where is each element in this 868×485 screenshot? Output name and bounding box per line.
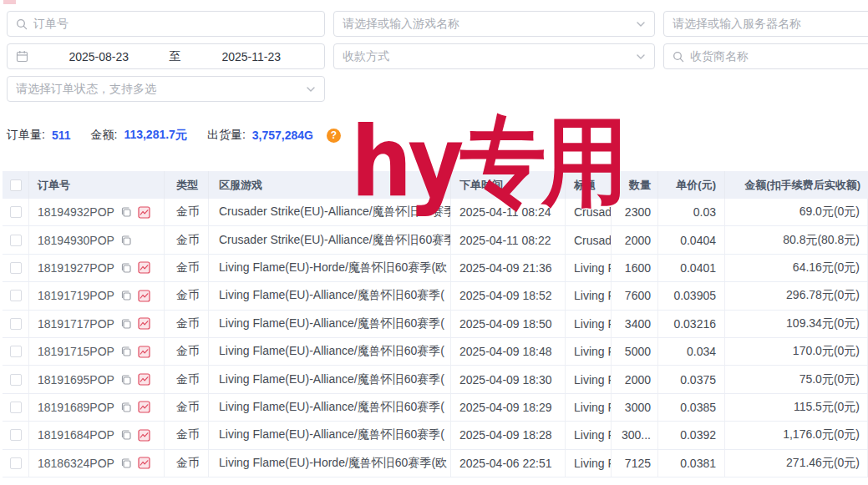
shipment-value: 3,757,284G: [252, 129, 313, 142]
status-placeholder: 请选择订单状态，支持多选: [16, 82, 300, 97]
image-icon[interactable]: [138, 261, 150, 274]
order-no-cell: 18191684POP: [29, 422, 165, 448]
merchant-name-input[interactable]: 收货商名称: [663, 43, 868, 69]
image-icon[interactable]: [138, 457, 150, 469]
col-type: 类型: [165, 171, 209, 199]
order-no-cell: 18191719POP: [29, 282, 165, 309]
qty-cell: 3000: [612, 394, 658, 421]
payment-method-select[interactable]: 收款方式: [333, 43, 655, 69]
image-icon[interactable]: [138, 206, 150, 219]
help-icon[interactable]: ?: [327, 129, 341, 143]
title-cell: Living Fl: [566, 282, 612, 309]
table-row: 18191719POP 金币 Living Flame(EU)-Alliance…: [3, 282, 868, 310]
time-cell: 2025-04-11 08:24: [451, 199, 566, 225]
order-no: 18191689POP: [38, 401, 114, 414]
order-no: 18191715POP: [38, 345, 114, 358]
game-cell: Living Flame(EU)-Alliance/魔兽怀旧60赛季(: [209, 366, 451, 392]
title-cell: Living Fl: [566, 394, 612, 421]
date-end[interactable]: 2025-11-23: [187, 50, 317, 63]
row-select-cell: [3, 450, 29, 477]
copy-icon[interactable]: [120, 318, 132, 330]
game-select[interactable]: 请选择或输入游戏名称: [333, 11, 655, 37]
type-cell: 金币: [165, 394, 209, 421]
orders-table: 订单号 类型 区服游戏 下单时间 标题 数量 单价(元) 金额(扣手续费后实收额…: [3, 171, 868, 477]
type-cell: 金币: [165, 422, 209, 448]
row-checkbox[interactable]: [10, 235, 22, 246]
row-select-cell: [3, 338, 29, 365]
amount-cell: 109.34元(0元): [725, 311, 868, 337]
row-checkbox[interactable]: [10, 206, 22, 218]
image-icon[interactable]: [138, 317, 150, 330]
chevron-down-icon: [636, 52, 646, 62]
order-no: 18194930POP: [38, 234, 114, 247]
row-select-cell: [3, 366, 29, 392]
title-cell: Crusade: [566, 226, 612, 253]
date-separator: 至: [170, 49, 181, 64]
copy-icon[interactable]: [120, 206, 132, 218]
order-no-placeholder: 订单号: [33, 17, 316, 32]
calendar-icon: [16, 50, 28, 63]
copy-icon[interactable]: [120, 429, 132, 441]
amount-label: 金额:: [90, 128, 117, 143]
image-icon[interactable]: [138, 401, 150, 413]
date-start[interactable]: 2025-08-23: [34, 50, 164, 63]
order-no-cell: 18186324POP: [29, 450, 165, 477]
search-icon: [673, 51, 684, 63]
order-no: 18191719POP: [38, 289, 114, 302]
row-checkbox[interactable]: [10, 290, 22, 301]
row-select-cell: [3, 199, 29, 225]
row-checkbox[interactable]: [10, 402, 22, 413]
price-cell: 0.0375: [658, 366, 725, 392]
row-checkbox[interactable]: [10, 429, 22, 441]
image-icon[interactable]: [138, 373, 150, 386]
time-cell: 2025-04-09 18:48: [451, 338, 566, 365]
col-title: 标题: [566, 171, 612, 199]
amount-cell: 64.16元(0元): [725, 255, 868, 281]
search-icon: [16, 18, 28, 30]
game-placeholder: 请选择或输入游戏名称: [343, 17, 630, 32]
copy-icon[interactable]: [120, 457, 132, 469]
select-all-checkbox[interactable]: [10, 179, 22, 191]
server-select[interactable]: 请选择或输入服务器名称: [663, 11, 868, 37]
price-cell: 0.0401: [658, 255, 725, 281]
corner-artifact: [3, 0, 16, 4]
qty-cell: 7600: [612, 282, 658, 309]
image-icon[interactable]: [138, 290, 150, 302]
row-checkbox[interactable]: [10, 374, 22, 386]
type-cell: 金币: [165, 450, 209, 477]
image-icon[interactable]: [138, 346, 150, 358]
copy-icon[interactable]: [120, 235, 132, 246]
amount-cell: 69.0元(0元): [725, 199, 868, 225]
copy-icon[interactable]: [120, 374, 132, 386]
row-checkbox[interactable]: [10, 262, 22, 274]
order-no-input[interactable]: 订单号: [7, 11, 325, 37]
row-checkbox[interactable]: [10, 318, 22, 330]
copy-icon[interactable]: [120, 290, 132, 301]
copy-icon[interactable]: [120, 402, 132, 413]
table-body: 18194932POP 金币 Crusader Strike(EU)-Allia…: [3, 199, 868, 477]
amount-cell: 115.5元(0元): [725, 394, 868, 421]
row-checkbox[interactable]: [10, 346, 22, 357]
image-icon[interactable]: [138, 429, 150, 442]
copy-icon[interactable]: [120, 346, 132, 357]
time-cell: 2025-04-11 08:22: [451, 226, 566, 253]
time-cell: 2025-04-09 18:52: [451, 282, 566, 309]
order-status-select[interactable]: 请选择订单状态，支持多选: [7, 76, 325, 102]
chevron-down-icon: [306, 84, 316, 94]
order-no: 18191684POP: [38, 428, 114, 442]
order-no-cell: 18191717POP: [29, 311, 165, 337]
row-select-cell: [3, 255, 29, 281]
title-cell: Crusade: [566, 199, 612, 225]
col-game: 区服游戏: [209, 171, 451, 199]
game-cell: Living Flame(EU)-Horde/魔兽怀旧60赛季(欧: [209, 450, 451, 477]
order-no-cell: 18191927POP: [29, 255, 165, 281]
price-cell: 0.03905: [658, 282, 725, 309]
order-no: 18191717POP: [38, 317, 114, 331]
copy-icon[interactable]: [120, 262, 132, 274]
game-cell: Living Flame(EU)-Alliance/魔兽怀旧60赛季(: [209, 394, 451, 421]
type-cell: 金币: [165, 366, 209, 392]
table-row: 18191715POP 金币 Living Flame(EU)-Alliance…: [3, 338, 868, 366]
row-checkbox[interactable]: [10, 457, 22, 469]
date-range-picker[interactable]: 2025-08-23 至 2025-11-23: [7, 43, 325, 69]
price-cell: 0.0385: [658, 394, 725, 421]
